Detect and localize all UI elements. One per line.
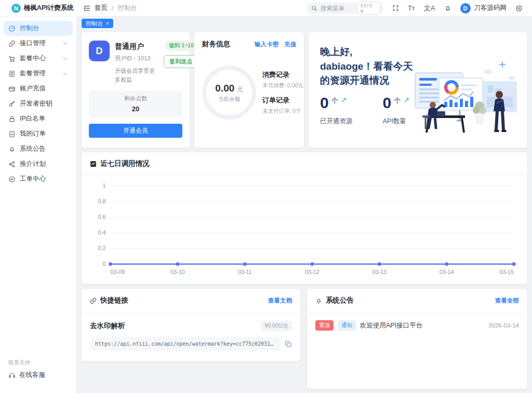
sidebar-item-推介计划[interactable]: 推介计划 [4, 156, 73, 172]
collapse-sidebar-icon[interactable] [83, 5, 90, 12]
consume-record-title[interactable]: 消费记录 [262, 70, 303, 80]
weekly-usage-chart-card: 近七日调用情况 00.20.40.60.8103-0903-1003-1103-… [82, 152, 527, 284]
sidebar-item-IP白名单[interactable]: IP白名单 [4, 111, 73, 126]
points-label: 剩余点数 [89, 95, 182, 102]
search-input[interactable]: Ctrl K [307, 3, 383, 14]
recharge-link[interactable]: 充值 [284, 41, 296, 48]
app-logo[interactable]: N 楠枫API计费系统 [0, 4, 77, 13]
sidebar-item-账户充值[interactable]: 账户充值 [4, 81, 73, 96]
sidebar-item-label: 套餐管理 [20, 69, 46, 78]
greeting-headline: 晚上好, dabiaoge！看看今天的资源开通情况 [320, 45, 416, 88]
dashboard-illustration [410, 57, 520, 135]
svg-text:03-14: 03-14 [440, 269, 454, 275]
checkin-button[interactable]: 签到送点 [164, 55, 198, 68]
sidebar-item-系统公告[interactable]: 系统公告 [4, 141, 73, 156]
font-size-icon[interactable]: Tт [408, 4, 415, 12]
sidebar-item-工单中心[interactable]: 工单中心 [4, 172, 73, 187]
svg-text:03-12: 03-12 [305, 269, 320, 275]
view-all-link[interactable]: 查看全部 [495, 297, 519, 305]
doc-list-icon [8, 70, 16, 77]
breadcrumb-home[interactable]: 首页 [95, 4, 108, 12]
svg-text:03-13: 03-13 [372, 269, 387, 275]
user-id: 用户ID：1013 [115, 55, 158, 62]
consume-record-detail: 本月消费: 0.00元 [262, 82, 303, 89]
fullscreen-icon[interactable] [392, 5, 399, 11]
settings-gear-icon[interactable] [515, 5, 523, 12]
greeting-card: 晚上好, dabiaoge！看看今天的资源开通情况 0个↗已开通资源0个↗API… [309, 32, 527, 148]
search-shortcut-badge: Ctrl K [357, 2, 380, 15]
line-chart: 00.20.40.60.8103-0903-1003-1103-1203-130… [82, 175, 527, 279]
dashboard-icon [8, 25, 16, 32]
trend-up-icon: ↗ [403, 96, 409, 104]
svg-text:0.2: 0.2 [98, 245, 105, 251]
notice-badge: 通知 [338, 320, 356, 331]
top-header: N 楠枫API计费系统 首页 / 控制台 Ctrl K Tт 文A D 刀客源码… [0, 0, 532, 17]
translate-icon[interactable]: 文A [424, 4, 435, 13]
cart-icon [8, 55, 16, 62]
headset-icon [8, 372, 16, 379]
api-icon [8, 40, 16, 47]
api-url-field[interactable]: https://api.nfiii.com/api/open/watermark… [90, 337, 280, 351]
sidebar-item-开发者密钥[interactable]: 开发者密钥 [4, 96, 73, 111]
svg-text:0.6: 0.6 [98, 214, 105, 220]
tab-bar: 控制台 × [77, 17, 532, 30]
sidebar-item-套餐管理[interactable]: 套餐管理 [4, 66, 73, 81]
chart-icon [90, 161, 97, 167]
api-price-badge: ¥0.001/次 [261, 321, 292, 331]
ticket-icon [8, 176, 16, 183]
profile-avatar: D [89, 41, 110, 61]
online-support-link[interactable]: 在线客服 [0, 371, 76, 393]
breadcrumb: 首页 / 控制台 [77, 4, 137, 12]
stat-value: 0 [320, 95, 329, 111]
sidebar-item-label: 推介计划 [20, 160, 46, 168]
svg-text:1: 1 [103, 182, 106, 189]
sidebar-item-label: 套餐中心 [20, 54, 46, 63]
search-icon [311, 5, 317, 11]
sidebar-item-label: 系统公告 [20, 145, 46, 153]
app-title: 楠枫API计费系统 [24, 4, 74, 12]
balance-ring: 0.00 元 当前余额 [202, 66, 256, 120]
stat-API数量: 0个↗API数量 [383, 95, 409, 126]
breadcrumb-separator: / [112, 5, 113, 12]
sidebar-item-我的订单[interactable]: 我的订单 [4, 126, 73, 141]
support-section-label: 联系支持 [0, 359, 76, 371]
balance-label: 当前余额 [218, 96, 240, 103]
order-record-title[interactable]: 订单记录 [262, 96, 303, 105]
svg-text:03-15: 03-15 [499, 269, 514, 275]
chevron-down-icon [62, 41, 68, 46]
finance-card: 财务信息 输入卡密 充值 0.00 元 当前余额 消费记录 本月消费: 0.00… [194, 32, 304, 148]
breadcrumb-current: 控制台 [117, 4, 137, 12]
bell-icon [315, 297, 322, 304]
tab-close-icon[interactable]: × [106, 21, 109, 27]
sidebar-item-接口管理[interactable]: 接口管理 [4, 36, 73, 51]
open-membership-button[interactable]: 开通会员 [89, 124, 182, 138]
search-field[interactable] [321, 5, 354, 11]
points-value: 20 [89, 105, 182, 113]
notification-bell-icon[interactable] [444, 5, 451, 12]
user-role: 普通用户 [115, 42, 158, 51]
svg-text:0: 0 [103, 260, 106, 267]
svg-text:0.4: 0.4 [98, 229, 105, 235]
sidebar-item-label: 工单中心 [20, 175, 46, 184]
checkin-range-badge: 签到 1~10 [165, 41, 198, 51]
announcement-title[interactable]: 欢迎使用API接口平台 [360, 321, 422, 330]
chart-title: 近七日调用情况 [100, 159, 150, 168]
sidebar-item-套餐中心[interactable]: 套餐中心 [4, 51, 73, 66]
sidebar-item-label: 接口管理 [20, 39, 46, 48]
svg-text:03-09: 03-09 [110, 269, 125, 275]
tab-dashboard[interactable]: 控制台 × [82, 19, 113, 28]
api-link-name[interactable]: 去水印解析 [90, 321, 125, 331]
copy-icon[interactable] [285, 340, 292, 348]
trend-up-icon: ↗ [341, 96, 347, 104]
sidebar-item-label: 开发者密钥 [20, 99, 52, 108]
upgrade-hint: 升级会员享受更多权益 [115, 67, 158, 84]
stat-已开通资源: 0个↗已开通资源 [320, 95, 353, 126]
sidebar-item-控制台[interactable]: 控制台 [4, 21, 73, 36]
view-docs-link[interactable]: 查看文档 [268, 297, 292, 305]
announcement-row[interactable]: 置顶 通知 欢迎使用API接口平台 2026-03-14 [315, 320, 519, 331]
quick-links-card: 快捷链接 查看文档 去水印解析 ¥0.001/次 https://api.nfi… [82, 289, 300, 361]
header-username[interactable]: 刀客源码网 [474, 4, 507, 12]
enter-card-key-link[interactable]: 输入卡密 [255, 41, 278, 48]
user-avatar[interactable]: D [460, 3, 471, 14]
stat-label: API数量 [383, 117, 409, 126]
